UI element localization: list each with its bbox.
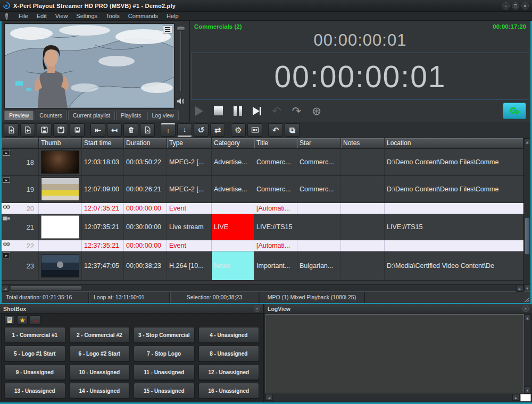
col-rownum[interactable] [2,138,39,148]
scrollbar-thumb[interactable] [10,285,82,291]
table-row-22[interactable]: ⚙⚙22 12:37:35:21 00:00:00:00 Event [Auto… [2,240,523,251]
shot-button-11[interactable]: 11 - Unassigned [134,364,195,380]
logview-vertical-scrollbar[interactable]: ▲ ▼ [524,314,531,393]
col-location[interactable]: Location [385,138,523,148]
save-playlist-button[interactable] [37,123,52,137]
capture-button[interactable] [247,123,262,137]
move-item-up-button[interactable]: ↑ [161,123,176,137]
shotbox-close-icon[interactable]: × [254,306,260,312]
minimize-button[interactable]: − [502,2,510,10]
vertical-scrollbar[interactable]: ▲ ▼ [523,138,530,291]
shot-button-3[interactable]: 3 - Stop Commercial [134,327,195,343]
menu-file[interactable]: File [14,13,32,19]
scrollbar-thumb[interactable] [525,217,530,255]
col-duration[interactable]: Duration [124,138,167,148]
maximize-button[interactable]: □ [512,2,519,10]
shot-button-1[interactable]: 1 - Commercial #1 [4,327,65,343]
menu-commands[interactable]: Commands [124,13,162,19]
scroll-right-arrow[interactable]: ► [512,394,520,401]
shot-button-14[interactable]: 14 - Unassigned [69,383,130,399]
volume-slider[interactable] [176,25,186,105]
shot-button-8[interactable]: 8 - Unassigned [198,346,260,361]
table-row-20[interactable]: ⚙⚙20 12:07:35:21 00:00:00:00 Event [Auto… [2,203,523,214]
col-type[interactable]: Type [167,138,212,148]
resize-grip-icon[interactable] [523,296,529,302]
resize-grip[interactable] [520,394,531,401]
save-selection-button[interactable] [70,123,85,137]
undo-toolbar-button[interactable]: ↶ [268,123,283,137]
scroll-left-arrow[interactable]: ◄ [265,394,273,401]
col-title[interactable]: Title [254,138,297,148]
pause-button[interactable] [234,106,242,116]
col-start-time[interactable]: Start time [82,138,124,148]
live-camera-icon [3,215,10,223]
col-category[interactable]: Category [212,138,254,148]
shot-button-7[interactable]: 7 - Stop Logo [134,346,195,361]
play-button[interactable] [195,106,203,116]
col-star[interactable]: Star [297,138,341,148]
shot-button-13[interactable]: 13 - Unassigned [4,383,65,399]
col-notes[interactable]: Notes [341,138,385,148]
tab-preview[interactable]: Preview [4,111,34,120]
insert-item-below-button[interactable]: ↤ [107,123,122,137]
horizontal-scrollbar[interactable]: ◄ ► [2,284,523,291]
save-playlist-as-button[interactable] [53,123,68,137]
table-row-19[interactable]: ▸19 12:07:09:00 00:00:26:21 MPEG-2 [... … [2,176,523,203]
shuffle-button[interactable]: ⇄ [210,123,225,137]
table-row-21[interactable]: 21 12:07:35:21 00:30:00:00 Live stream L… [2,214,523,240]
logview-close-icon[interactable]: × [522,306,529,312]
loop-button[interactable]: ↺ [194,123,209,137]
log-output[interactable] [265,314,524,393]
move-item-down-button[interactable]: ↓ [177,123,192,137]
settings-button[interactable]: ⚙ [231,123,246,137]
table-row-18[interactable]: ▸18 12:03:18:03 00:03:50:22 MPEG-2 [... … [2,149,523,176]
insert-item-above-button[interactable]: ⇤ [90,123,105,137]
logview-horizontal-scrollbar[interactable]: ◄ ► [265,394,520,401]
shot-button-5[interactable]: 5 - Logo #1 Start [4,346,65,361]
undo-icon[interactable]: ↶ [272,106,281,116]
shot-button-9[interactable]: 9 - Unassigned [4,364,65,380]
open-playlist-button[interactable] [20,123,35,137]
tab-current-playlist[interactable]: Current playlist [68,111,115,120]
shot-button-15[interactable]: 15 - Unassigned [134,383,195,399]
shot-button-12[interactable]: 12 - Unassigned [198,364,260,380]
table-row-23[interactable]: ▸23 12;37;47;05 00;00;38;23 H.264 [10...… [2,251,523,281]
assign-clip-icon[interactable] [4,315,15,325]
volume-handle[interactable] [177,26,185,31]
cue-gears-button[interactable]: ⚙⚙ [503,103,526,119]
menu-tools[interactable]: Tools [102,13,124,19]
scroll-down-arrow[interactable]: ▼ [524,386,531,393]
menu-view[interactable]: View [51,13,72,19]
stop-button[interactable] [214,106,223,115]
red-arrow-icon[interactable]: → [30,315,40,325]
skip-next-button[interactable] [253,107,261,115]
thumbnail [41,254,79,277]
scroll-up-arrow[interactable]: ▲ [524,138,530,145]
shot-button-10[interactable]: 10 - Unassigned [69,364,130,380]
menu-edit[interactable]: Edit [32,13,51,19]
scroll-up-arrow[interactable]: ▲ [524,314,531,321]
start-time-cell: 12:07:35:21 [82,214,124,240]
tab-counters[interactable]: Counters [35,111,67,120]
shot-button-16[interactable]: 16 - Unassigned [198,383,260,399]
scroll-right-arrow[interactable]: ► [516,285,523,292]
redo-icon[interactable]: ↷ [292,106,302,116]
star-icon[interactable]: ★ [17,315,28,325]
menu-settings[interactable]: Settings [72,13,102,19]
shot-button-6[interactable]: 6 - Logo #2 Start [69,346,130,361]
scroll-left-arrow[interactable]: ◄ [2,285,9,292]
duplicate-window-button[interactable]: ⧉ [285,123,300,137]
media-reel-icon[interactable]: ⊛ [312,106,321,116]
new-playlist-button[interactable] [4,123,19,137]
shot-button-4[interactable]: 4 - Unassigned [198,327,260,343]
menu-help[interactable]: Help [162,13,183,19]
hamburger-menu-icon[interactable] [163,26,172,33]
scroll-down-arrow[interactable]: ▼ [524,284,530,291]
delete-item-button[interactable] [123,123,138,137]
col-thumb[interactable]: Thumb [39,138,82,148]
tab-playlists[interactable]: Playlists [116,111,146,120]
clear-playlist-button[interactable] [140,123,155,137]
tab-log-view[interactable]: Log view [147,111,179,120]
close-button[interactable]: × [521,2,529,10]
shot-button-2[interactable]: 2 - Commercial #2 [69,327,130,343]
